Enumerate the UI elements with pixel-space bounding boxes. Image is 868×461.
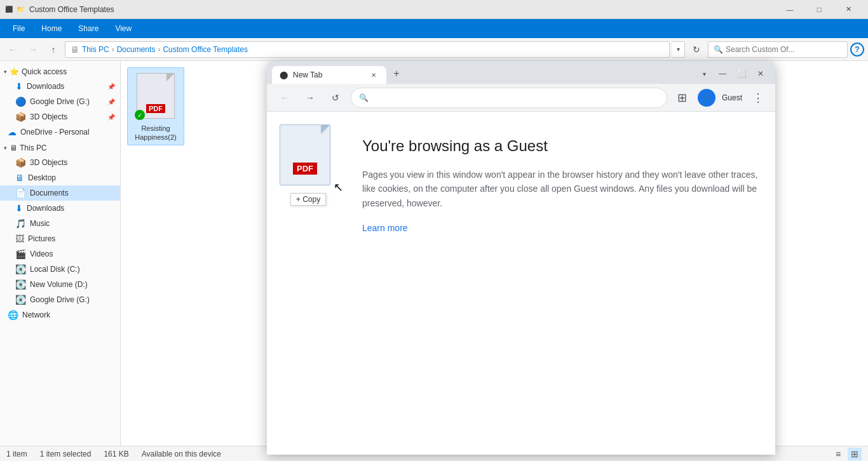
new-volume-d-icon: 💽 [15, 279, 26, 290]
sidebar-item-google-drive-pc[interactable]: 💽 Google Drive (G:) [0, 292, 120, 307]
chevron-icon[interactable]: ▾ [695, 67, 713, 80]
chrome-avatar[interactable]: 👤 [698, 89, 715, 107]
selected-label: 1 item selected [40, 450, 92, 458]
tab-favicon: ⬤ [280, 70, 288, 79]
search-box[interactable]: 🔍 [708, 41, 848, 58]
view-menu[interactable]: View [107, 22, 139, 36]
drag-pdf-wrap: PDF ↖ + Copy [280, 124, 337, 201]
breadcrumb-documents[interactable]: Documents [117, 45, 156, 54]
this-pc-header[interactable]: ▾ 🖥 This PC [0, 140, 120, 155]
back-button[interactable]: ← [4, 41, 22, 58]
chrome-forward-button[interactable]: → [300, 88, 320, 108]
this-pc-label: This PC [20, 144, 47, 152]
window-controls: — □ ✕ [775, 0, 863, 19]
sidebar-item-pc-downloads[interactable]: ⬇ Downloads [0, 201, 120, 216]
chrome-maximize-button[interactable]: ⬜ [732, 66, 751, 81]
up-button[interactable]: ↑ [44, 41, 62, 58]
refresh-button[interactable]: ↻ [688, 41, 705, 58]
close-button[interactable]: ✕ [834, 0, 863, 19]
list-view-button[interactable]: ≡ [831, 448, 845, 460]
address-expand-button[interactable]: ▾ [672, 41, 685, 58]
pin-icon3: 📌 [107, 114, 115, 121]
sidebar-videos-label: Videos [30, 250, 115, 258]
chrome-back-button[interactable]: ← [275, 88, 295, 108]
chrome-search-bar[interactable]: 🔍 [351, 88, 667, 108]
breadcrumb-custom-office[interactable]: Custom Office Templates [163, 45, 248, 54]
pin-icon2: 📌 [107, 98, 115, 105]
sidebar-3d-label: 3D Objects [30, 112, 104, 121]
minimize-button[interactable]: — [775, 0, 804, 19]
chrome-search-input[interactable] [374, 93, 659, 103]
sidebar-item-3d-objects-quick[interactable]: 📦 3D Objects 📌 [0, 109, 120, 124]
file-menu[interactable]: File [5, 22, 32, 36]
search-icon: 🔍 [714, 45, 723, 54]
item-count-label: 1 item [6, 450, 27, 458]
chrome-search-icon: 🔍 [359, 93, 369, 102]
copy-tooltip: + Copy [290, 193, 326, 206]
sidebar-item-onedrive[interactable]: ☁ OneDrive - Personal [0, 124, 120, 140]
sidebar-google-drive-pc-label: Google Drive (G:) [30, 295, 115, 304]
sidebar-item-local-disk-c[interactable]: 💽 Local Disk (C:) [0, 262, 120, 277]
chrome-more-button[interactable]: ⋮ [747, 88, 768, 108]
sidebar-item-music[interactable]: 🎵 Music [0, 216, 120, 231]
sidebar-item-network[interactable]: 🌐 Network [0, 307, 120, 323]
3d-objects-icon: 📦 [15, 112, 26, 122]
chrome-refresh-button[interactable]: ↺ [325, 88, 346, 108]
small-icon2: 📁 [17, 6, 24, 13]
chrome-tab-new-tab[interactable]: ⬤ New Tab ✕ [272, 66, 386, 84]
sidebar-item-3d-objects-pc[interactable]: 📦 3D Objects [0, 155, 120, 170]
view-controls: ≡ ⊞ [831, 448, 862, 460]
file-item-pdf[interactable]: PDF ✓ Resisting Happiness(2) [127, 67, 184, 145]
drag-pdf-badge: PDF [293, 163, 317, 175]
music-icon: 🎵 [15, 218, 26, 229]
browser-overlay: ⬤ New Tab ✕ + ▾ — ⬜ ✕ ← → ↺ 🔍 ⊞ 👤 Guest … [267, 61, 775, 455]
size-label: 161 KB [104, 450, 128, 458]
window-icons: ⬛ 📁 [5, 6, 24, 13]
file-check-icon: ✓ [135, 110, 145, 120]
quick-access-label: Quick access [22, 67, 67, 76]
window-title: Custom Office Templates [29, 5, 775, 14]
onedrive-icon: ☁ [8, 127, 17, 137]
share-menu[interactable]: Share [71, 22, 106, 36]
learn-more-link[interactable]: Learn more [362, 223, 408, 233]
sidebar-item-documents[interactable]: 📄 Documents [0, 185, 120, 201]
maximize-button[interactable]: □ [804, 0, 834, 19]
pictures-icon: 🖼 [15, 234, 24, 244]
guest-body-text: Pages you view in this window won't appe… [362, 168, 763, 210]
pc-3d-icon: 📦 [15, 157, 26, 168]
sidebar-item-new-volume-d[interactable]: 💽 New Volume (D:) [0, 277, 120, 292]
drag-pdf-icon: PDF [280, 124, 330, 185]
sidebar-item-desktop[interactable]: 🖥 Desktop [0, 170, 120, 185]
sidebar-item-videos[interactable]: 🎬 Videos [0, 246, 120, 262]
sidebar-item-google-drive[interactable]: 🔵 Google Drive (G:) 📌 [0, 94, 120, 109]
this-pc-arrow: ▾ [4, 145, 7, 151]
menu-bar: File Home Share View [0, 19, 868, 38]
chrome-close-button[interactable]: ✕ [751, 66, 770, 81]
new-tab-button[interactable]: + [389, 66, 404, 81]
sidebar-onedrive-label: OneDrive - Personal [20, 128, 115, 137]
grid-view-button[interactable]: ⊞ [848, 448, 862, 460]
breadcrumb-this-pc[interactable]: This PC [82, 45, 109, 54]
sidebar-google-drive-label: Google Drive (G:) [30, 97, 104, 106]
quick-access-header[interactable]: ▾ ⭐ Quick access [0, 63, 120, 79]
pdf-badge: PDF [146, 104, 165, 113]
chrome-sidebar-button[interactable]: ⊞ [672, 88, 693, 108]
tab-label: New Tab [293, 70, 322, 79]
home-menu[interactable]: Home [34, 22, 69, 36]
search-input[interactable] [726, 45, 842, 54]
chrome-address-bar: ← → ↺ 🔍 ⊞ 👤 Guest ⋮ [267, 84, 775, 112]
address-bar: ← → ↑ 🖥 This PC › Documents › Custom Off… [0, 38, 868, 61]
sidebar: ▾ ⭐ Quick access ⬇ Downloads 📌 🔵 Google … [0, 61, 121, 446]
pc-downloads-icon: ⬇ [15, 203, 23, 213]
downloads-icon: ⬇ [15, 81, 23, 91]
sidebar-item-pictures[interactable]: 🖼 Pictures [0, 231, 120, 246]
help-button[interactable]: ? [850, 43, 864, 57]
avatar-icon: 👤 [701, 93, 712, 103]
tab-close-button[interactable]: ✕ [369, 70, 379, 80]
chrome-minimize-button[interactable]: — [713, 66, 732, 81]
sidebar-item-downloads[interactable]: ⬇ Downloads 📌 [0, 79, 120, 94]
small-icon1: ⬛ [5, 6, 13, 13]
desktop-icon: 🖥 [15, 173, 24, 183]
forward-button[interactable]: → [24, 41, 42, 58]
chrome-content: PDF ↖ + Copy You're browsing as a Guest … [267, 112, 775, 455]
